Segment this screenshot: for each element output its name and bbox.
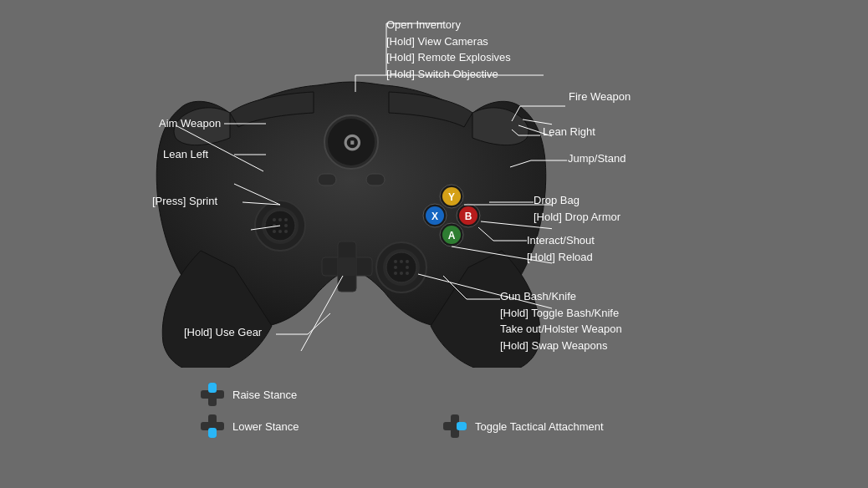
svg-point-15	[284, 230, 288, 233]
svg-rect-3	[318, 174, 336, 186]
svg-point-19	[394, 260, 397, 263]
svg-rect-29	[338, 257, 356, 276]
interact-shout-label: Interact/Shout [Hold] Reload	[527, 232, 595, 265]
lean-right-label: Lean Right	[543, 125, 595, 138]
svg-text:⊙: ⊙	[342, 130, 361, 155]
lean-left-label: Lean Left	[163, 148, 208, 160]
toggle-tactical-label: Toggle Tactical Attachment	[475, 420, 604, 433]
jump-stand-label: Jump/Stand	[568, 152, 625, 165]
svg-point-26	[406, 272, 409, 275]
svg-text:Y: Y	[448, 191, 455, 203]
svg-point-9	[278, 218, 282, 221]
aim-weapon-label: Aim Weapon	[159, 117, 221, 130]
svg-rect-4	[366, 174, 385, 186]
svg-point-14	[278, 230, 282, 233]
svg-rect-76	[208, 383, 217, 393]
svg-text:B: B	[465, 211, 472, 222]
svg-point-23	[406, 266, 409, 269]
svg-point-12	[284, 224, 288, 227]
svg-point-22	[394, 266, 397, 269]
controller-svg: ⊙	[151, 50, 552, 368]
svg-point-10	[284, 218, 288, 221]
dpad-down-icon	[201, 414, 224, 438]
hold-use-gear-label: [Hold] Use Gear	[184, 326, 262, 338]
svg-point-13	[273, 230, 276, 233]
legend-right: Toggle Tactical Attachment	[443, 414, 604, 438]
dpad-right-icon	[443, 414, 467, 438]
svg-point-20	[400, 260, 403, 263]
drop-bag-label: Drop Bag [Hold] Drop Armor	[534, 192, 620, 225]
svg-rect-79	[208, 428, 217, 438]
svg-point-24	[394, 272, 397, 275]
svg-text:A: A	[448, 230, 456, 241]
legend-left: Raise Stance Lower Stance	[201, 383, 299, 438]
open-inventory-label: Open Inventory [Hold] View Cameras [Hold…	[386, 17, 511, 82]
dpad-up-icon	[201, 383, 224, 406]
gun-bash-label: Gun Bash/Knife [Hold] Toggle Bash/Knife …	[500, 288, 622, 353]
raise-stance-label: Raise Stance	[232, 389, 297, 401]
svg-text:X: X	[431, 211, 438, 222]
fire-weapon-label: Fire Weapon	[569, 90, 631, 103]
lower-stance-label: Lower Stance	[232, 420, 299, 433]
main-container: ⊙	[0, 0, 868, 488]
svg-point-21	[406, 260, 409, 263]
svg-point-25	[400, 272, 403, 275]
press-sprint-label: [Press] Sprint	[152, 195, 217, 207]
svg-point-8	[273, 218, 276, 221]
svg-rect-82	[457, 422, 467, 430]
svg-point-18	[386, 252, 416, 282]
